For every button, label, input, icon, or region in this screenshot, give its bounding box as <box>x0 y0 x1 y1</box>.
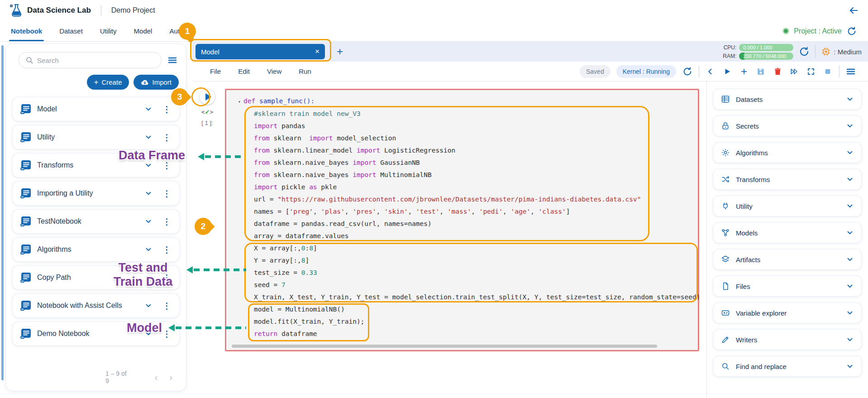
menu-view[interactable]: View <box>267 67 281 75</box>
chevron-down-icon[interactable] <box>846 149 854 157</box>
editor-tab-model[interactable]: Model × <box>196 44 325 59</box>
tool-item-writers[interactable]: Writers <box>713 329 862 350</box>
cell-success-indicator: <✓> <box>201 109 213 115</box>
code-block[interactable]: ▾ def sample_func(): #sklearn train mode… <box>238 95 700 340</box>
cell-horizontal-scrollbar[interactable] <box>232 345 657 348</box>
sidebar-item-notebook-with-assist-cells[interactable]: Notebook with Assist Cells⋮ <box>12 293 180 318</box>
tool-item-models[interactable]: Models <box>713 222 862 243</box>
code-cell[interactable]: ▾ def sample_func(): #sklearn train mode… <box>225 89 699 351</box>
chevron-down-icon[interactable] <box>144 273 153 282</box>
tool-item-transforms[interactable]: Transforms <box>713 169 862 190</box>
run-cell-toolbar-icon[interactable] <box>722 66 733 77</box>
notebook-icon <box>20 216 32 227</box>
stop-kernel-icon[interactable] <box>822 66 833 77</box>
search-box[interactable] <box>19 52 162 68</box>
kebab-menu-icon[interactable]: ⋮ <box>162 104 171 115</box>
ram-usage-pill: 200.770 / 5048.000 <box>739 53 793 60</box>
notebook-icon <box>20 300 32 312</box>
editor-tabstrip: Model × + CPU: 0.000 / 1.000 RAM: 200.77… <box>192 42 868 62</box>
collapse-left-icon[interactable] <box>705 66 716 77</box>
chevron-down-icon[interactable] <box>144 161 153 169</box>
kebab-menu-icon[interactable]: ⋮ <box>162 216 171 227</box>
kernel-refresh-icon[interactable] <box>682 66 693 77</box>
notebook-list: Model⋮Utility⋮Transforms⋮Importing a Uti… <box>6 90 186 346</box>
project-refresh-icon[interactable] <box>846 26 857 37</box>
page-prev-icon[interactable]: ‹ <box>155 372 158 383</box>
chevron-down-icon[interactable] <box>846 122 854 130</box>
kebab-menu-icon[interactable]: ⋮ <box>162 132 171 143</box>
tool-label: Variable explorer <box>736 309 787 317</box>
kebab-menu-icon[interactable]: ⋮ <box>162 301 171 311</box>
nav-tab-automl[interactable]: AutoML <box>169 21 193 41</box>
nav-tab-model[interactable]: Model <box>134 21 153 41</box>
kebab-menu-icon[interactable]: ⋮ <box>162 188 171 199</box>
chevron-down-icon[interactable] <box>846 229 854 237</box>
chevron-down-icon[interactable] <box>846 95 854 103</box>
save-notebook-icon[interactable] <box>755 66 766 77</box>
chevron-down-icon[interactable] <box>144 330 153 338</box>
import-button[interactable]: Import <box>134 75 179 90</box>
chevron-down-icon[interactable] <box>846 202 854 210</box>
resources-refresh-icon[interactable] <box>799 46 810 57</box>
sidebar-item-utility[interactable]: Utility⋮ <box>12 125 180 149</box>
code-line: X = array[:,0:8] <box>238 242 700 254</box>
tool-label: Algorithms <box>736 149 768 157</box>
tool-label: Models <box>736 229 758 237</box>
back-arrow-icon[interactable] <box>848 5 859 16</box>
tool-item-secrets[interactable]: Secrets <box>713 115 862 136</box>
chevron-down-icon[interactable] <box>144 189 153 197</box>
chevron-down-icon[interactable] <box>144 302 153 310</box>
chevron-down-icon[interactable] <box>846 175 854 183</box>
sidebar-item-transforms[interactable]: Transforms⋮ <box>12 153 180 177</box>
chevron-down-icon[interactable] <box>846 282 854 290</box>
editor-menu-icon[interactable] <box>845 66 856 77</box>
code-line: #sklearn train model new_V3 <box>238 108 700 120</box>
tool-item-datasets[interactable]: Datasets <box>713 89 862 110</box>
models-icon <box>721 228 730 237</box>
close-tab-icon[interactable]: × <box>315 47 320 56</box>
chevron-down-icon[interactable] <box>846 309 854 317</box>
sidebar-item-importing-a-utility[interactable]: Importing a Utility⋮ <box>12 181 180 206</box>
sidebar-item-algorithms[interactable]: Algorithms⋮ <box>12 237 180 262</box>
nav-tab-utility[interactable]: Utility <box>100 21 117 41</box>
sidebar-item-demo-notebook[interactable]: Demo Notebook⋮ <box>12 321 180 346</box>
sidebar-scrollbar[interactable] <box>1 45 4 380</box>
chevron-down-icon[interactable] <box>846 336 854 344</box>
chevron-down-icon[interactable] <box>144 245 153 254</box>
sidebar-item-testnotebook[interactable]: TestNotebook⋮ <box>12 209 180 234</box>
nav-tab-notebook[interactable]: Notebook <box>11 21 42 41</box>
menu-edit[interactable]: Edit <box>238 67 250 75</box>
tool-item-artifacts[interactable]: Artifacts <box>713 249 862 270</box>
nav-tab-dataset[interactable]: Dataset <box>59 21 83 41</box>
search-input[interactable] <box>37 57 155 64</box>
chevron-down-icon[interactable] <box>144 217 153 225</box>
delete-cell-icon[interactable] <box>772 66 783 77</box>
kebab-menu-icon[interactable]: ⋮ <box>162 329 171 339</box>
tool-item-variable-explorer[interactable]: Variable explorer <box>713 302 862 323</box>
chevron-down-icon[interactable] <box>846 255 854 264</box>
tool-item-utility[interactable]: Utility <box>713 196 862 216</box>
tool-item-find-and-replace[interactable]: Find and replace <box>713 356 862 377</box>
run-all-icon[interactable] <box>789 66 800 77</box>
sidebar-item-copy-path[interactable]: Copy Path⋮ <box>12 265 180 290</box>
menu-file[interactable]: File <box>210 67 221 75</box>
kebab-menu-icon[interactable]: ⋮ <box>162 273 171 283</box>
save-status-badge: Saved <box>580 65 610 78</box>
tool-item-algorithms[interactable]: Algorithms <box>713 142 862 163</box>
kebab-menu-icon[interactable]: ⋮ <box>162 245 171 255</box>
chevron-down-icon[interactable] <box>846 362 854 370</box>
sidebar-menu-icon[interactable] <box>167 55 178 66</box>
kebab-menu-icon[interactable]: ⋮ <box>162 160 171 171</box>
add-tab-button[interactable]: + <box>337 45 343 58</box>
menu-run[interactable]: Run <box>299 67 311 75</box>
add-cell-icon[interactable]: + <box>739 66 749 77</box>
chevron-down-icon[interactable] <box>144 133 153 141</box>
notebook-editor: <✓> [ 1 ]: ▾ def sample_func(): #sklearn… <box>192 82 707 398</box>
fullscreen-icon[interactable] <box>806 66 816 77</box>
tool-item-files[interactable]: Files <box>713 276 862 297</box>
run-cell-button[interactable] <box>200 89 215 105</box>
page-next-icon[interactable]: › <box>169 372 172 383</box>
sidebar-item-model[interactable]: Model⋮ <box>12 97 180 121</box>
create-button[interactable]: + Create <box>87 75 129 90</box>
chevron-down-icon[interactable] <box>144 105 153 113</box>
